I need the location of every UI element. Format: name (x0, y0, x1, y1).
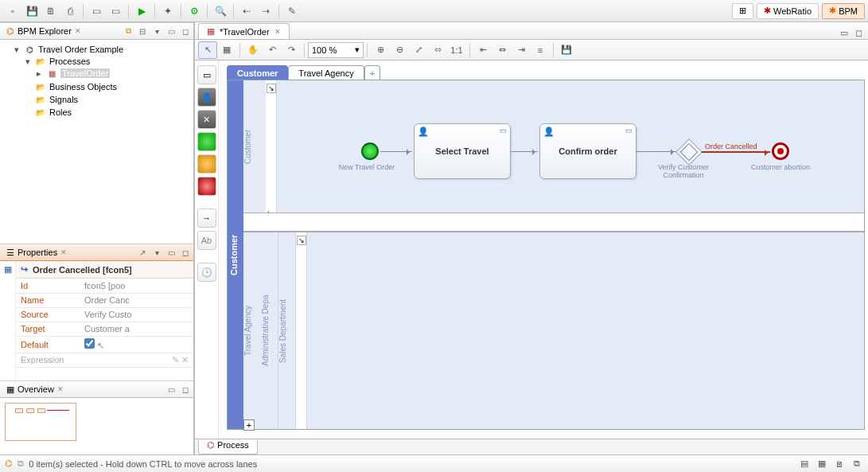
lane-customer[interactable]: Customer ↘ + New Travel Order (243, 80, 864, 213)
pan-tool-icon[interactable]: ✋ (243, 41, 263, 59)
align-left-icon[interactable]: ⇤ (473, 41, 492, 59)
zoom-in-icon[interactable]: ⊕ (371, 41, 390, 59)
print-icon[interactable]: ⎙ (61, 2, 79, 20)
zoom-out-icon[interactable]: ⊖ (390, 41, 409, 59)
sequence-flow[interactable] (636, 151, 676, 152)
select-tool-icon[interactable]: ↖ (198, 41, 217, 59)
lane-collapsed[interactable] (243, 213, 864, 232)
palette-task-icon[interactable]: 👤 (197, 88, 216, 107)
wand-icon[interactable]: ✎ (283, 2, 301, 20)
close-icon[interactable]: ✕ (75, 27, 81, 35)
palette-intermediate-event-icon[interactable] (197, 154, 216, 174)
close-icon[interactable]: ✕ (274, 28, 281, 36)
nav-back-icon[interactable]: ⇠ (238, 2, 255, 20)
align-center-icon[interactable]: ⇔ (492, 41, 512, 59)
save-image-icon[interactable]: 💾 (557, 41, 576, 59)
webratio-perspective[interactable]: ✱ WebRatio (757, 3, 819, 19)
redo-icon[interactable]: ↷ (282, 41, 301, 59)
prop-default-checkbox[interactable] (84, 338, 95, 349)
align-right-icon[interactable]: ⇥ (512, 41, 531, 59)
overview-tab[interactable]: ▦ Overview ✕ (2, 381, 68, 397)
prop-expression-value[interactable]: ✎ ✕ (80, 353, 193, 367)
open-perspective-button[interactable]: ⊞ (732, 3, 753, 19)
close-icon[interactable]: ✕ (60, 248, 67, 256)
properties-tab[interactable]: ☰ Properties ✕ (2, 244, 72, 260)
expand-icon[interactable]: ▾ (24, 57, 32, 67)
view-menu-icon[interactable]: ▾ (150, 246, 163, 259)
tool-a-icon[interactable]: ▭ (88, 2, 105, 20)
pool-customer[interactable]: Customer + Customer ↘ + New Travel Order (227, 80, 865, 430)
task-select-travel[interactable]: 👤 ▭ Select Travel (414, 123, 511, 179)
lane-travel-agency[interactable]: Travel Agency Administrative Depa Sales … (243, 232, 864, 429)
lane-expand-icon[interactable]: ↘ (297, 236, 306, 245)
pool-tab-add[interactable]: + (364, 65, 380, 80)
minimize-icon[interactable]: ▭ (838, 26, 850, 39)
sequence-flow[interactable] (511, 151, 538, 152)
maximize-icon[interactable]: ◻ (179, 383, 192, 396)
explorer-tree[interactable]: ▾ ⌬ Travel Order Example ▾ 📂 Processes (0, 40, 193, 244)
minimize-icon[interactable]: ▭ (165, 246, 177, 259)
sequence-flow[interactable] (380, 151, 412, 152)
run-icon[interactable]: ▶ (133, 2, 150, 20)
minimize-icon[interactable]: ▭ (165, 25, 177, 37)
status-btn-c-icon[interactable]: 🗎 (833, 458, 846, 470)
prop-name-value[interactable]: Order Canc (80, 293, 193, 307)
end-event[interactable] (772, 142, 789, 160)
palette-start-event-icon[interactable] (197, 132, 216, 151)
maximize-icon[interactable]: ◻ (179, 246, 192, 259)
zoom-width-icon[interactable]: ⬄ (428, 41, 447, 59)
explorer-tab[interactable]: ⌬ BPM Explorer ✕ (2, 23, 86, 39)
zoom-combo[interactable]: 100 %▾ (308, 42, 364, 58)
expand-icon[interactable]: ▾ (13, 45, 21, 55)
status-btn-d-icon[interactable]: ⧉ (850, 458, 863, 470)
chart-icon[interactable]: ✦ (159, 2, 177, 20)
properties-category[interactable]: ▦ (0, 261, 16, 380)
pool-tab-customer[interactable]: Customer (227, 65, 288, 80)
task-confirm-order[interactable]: 👤 ▭ Confirm order (539, 123, 636, 179)
start-event[interactable] (361, 142, 379, 160)
new-icon[interactable]: ▫ (4, 2, 21, 20)
gateway-verify[interactable] (675, 138, 703, 166)
expand-icon[interactable]: ▸ (35, 68, 43, 79)
close-icon[interactable]: ✕ (57, 385, 64, 393)
gear-green-icon[interactable]: ⚙ (185, 2, 203, 20)
palette-pool-icon[interactable]: ▭ (197, 65, 216, 84)
tree-signals[interactable]: Signals (49, 95, 78, 104)
collapse-all-icon[interactable]: ⊟ (136, 25, 149, 37)
tree-processes[interactable]: Processes (49, 57, 90, 66)
palette-gateway-icon[interactable]: ✕ (197, 110, 216, 129)
search-icon[interactable]: 🔍 (212, 2, 229, 20)
pin-icon[interactable]: ↗ (136, 246, 149, 259)
editor-bottom-tab-process[interactable]: ⌬ Process (198, 440, 258, 454)
palette-end-event-icon[interactable] (197, 177, 216, 196)
lane-expand-icon[interactable]: ↘ (267, 84, 276, 93)
save-all-icon[interactable]: 🗎 (42, 2, 60, 20)
undo-icon[interactable]: ↶ (263, 41, 282, 59)
save-icon[interactable]: 💾 (23, 2, 41, 20)
diagram-canvas[interactable]: Customer Travel Agency + Customer + Cust… (219, 60, 868, 439)
tree-travelorder[interactable]: TravelOrder (60, 68, 110, 78)
nav-fwd-icon[interactable]: ⇢ (257, 2, 274, 20)
overview-body[interactable] (0, 398, 193, 446)
zoom-fit-icon[interactable]: ⤢ (409, 41, 428, 59)
status-btn-b-icon[interactable]: ▦ (815, 458, 828, 470)
link-editor-icon[interactable]: ⧉ (122, 25, 134, 37)
editor-tab-travelorder[interactable]: ▦ *TravelOrder ✕ (198, 23, 290, 39)
tree-roles[interactable]: Roles (49, 107, 72, 117)
maximize-icon[interactable]: ◻ (179, 25, 192, 37)
palette-flow-icon[interactable]: → (197, 209, 216, 228)
marquee-tool-icon[interactable]: ▦ (217, 41, 236, 59)
palette-annotation-icon[interactable]: Ab (197, 231, 216, 250)
general-tab-icon[interactable]: ▦ (4, 264, 12, 380)
minimize-icon[interactable]: ▭ (165, 383, 177, 396)
tree-root[interactable]: Travel Order Example (38, 45, 123, 54)
zoom-actual-icon[interactable]: 1:1 (447, 41, 466, 59)
bpm-perspective[interactable]: ✱ BPM (822, 3, 865, 19)
tool-b-icon[interactable]: ▭ (107, 2, 124, 20)
maximize-icon[interactable]: ◻ (852, 26, 865, 39)
tree-business-objects[interactable]: Business Objects (49, 82, 117, 92)
status-btn-a-icon[interactable]: ▤ (798, 458, 811, 470)
palette-timer-icon[interactable]: 🕒 (197, 263, 216, 282)
overview-thumbnail[interactable] (5, 403, 76, 441)
sequence-flow-order-cancelled[interactable] (702, 151, 770, 153)
